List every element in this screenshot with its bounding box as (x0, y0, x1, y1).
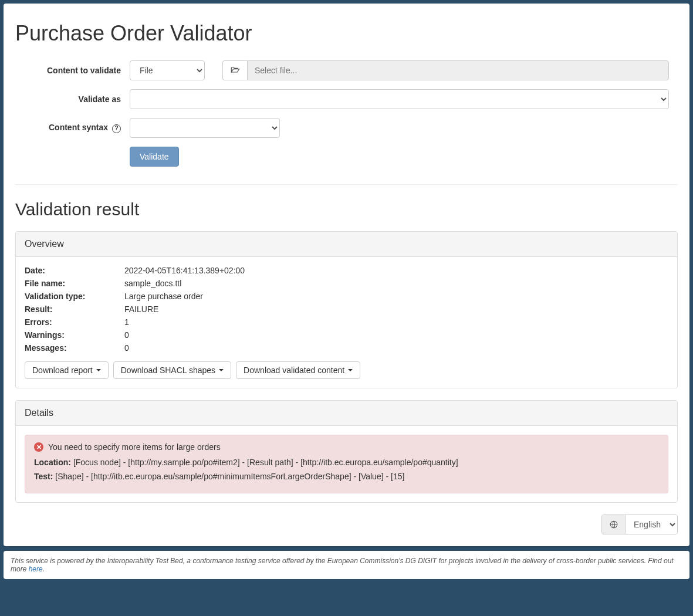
error-icon: ✕ (34, 442, 43, 452)
errors-label: Errors: (25, 317, 124, 327)
globe-icon (602, 515, 626, 534)
validation-result-heading: Validation result (15, 199, 678, 219)
error-message: You need to specify more items for large… (48, 442, 221, 452)
overview-row-warnings: Warnings: 0 (25, 330, 668, 340)
content-syntax-label: Content syntax ? (24, 123, 130, 133)
footer-note: This service is powered by the Interoper… (4, 551, 689, 579)
page-title: Purchase Order Validator (15, 21, 678, 46)
validation-type-label: Validation type: (25, 292, 124, 301)
caret-down-icon (348, 369, 353, 371)
error-test-value: [Shape] - [http://itb.ec.europa.eu/sampl… (55, 472, 404, 481)
error-item: ✕ You need to specify more items for lar… (25, 435, 668, 493)
warnings-value: 0 (124, 330, 129, 340)
overview-row-result: Result: FAILURE (25, 304, 668, 314)
language-select[interactable]: English (626, 515, 677, 534)
download-content-button[interactable]: Download validated content (236, 361, 360, 379)
overview-row-messages: Messages: 0 (25, 343, 668, 353)
details-header: Details (16, 401, 677, 426)
error-location-label: Location: (34, 458, 71, 467)
download-buttons: Download report Download SHACL shapes Do… (25, 361, 668, 379)
warnings-label: Warnings: (25, 330, 124, 340)
content-syntax-row: Content syntax ? (24, 118, 669, 138)
filename-label: File name: (25, 279, 124, 288)
validate-button[interactable]: Validate (130, 147, 179, 167)
overview-panel: Overview Date: 2022-04-05T16:41:13.389+0… (15, 231, 678, 388)
download-shapes-button[interactable]: Download SHACL shapes (113, 361, 231, 379)
overview-row-date: Date: 2022-04-05T16:41:13.389+02:00 (25, 266, 668, 275)
error-location-value: [Focus node] - [http://my.sample.po/po#i… (73, 458, 458, 467)
error-test-label: Test: (34, 472, 53, 481)
overview-row-type: Validation type: Large purchase order (25, 292, 668, 301)
messages-label: Messages: (25, 343, 124, 353)
error-test-row: Test: [Shape] - [http://itb.ec.europa.eu… (34, 472, 659, 481)
validation-type-value: Large purchase order (124, 292, 203, 301)
footer-text: This service is powered by the Interoper… (11, 557, 674, 573)
validate-as-select[interactable] (130, 89, 669, 109)
messages-value: 0 (124, 343, 129, 353)
error-location-row: Location: [Focus node] - [http://my.samp… (34, 458, 659, 467)
caret-down-icon (219, 369, 224, 371)
result-label: Result: (25, 304, 124, 314)
validate-as-label: Validate as (24, 94, 130, 104)
overview-header: Overview (16, 232, 677, 257)
details-panel: Details ✕ You need to specify more items… (15, 400, 678, 503)
footer-link[interactable]: here (29, 565, 43, 573)
folder-open-icon (231, 66, 240, 76)
validation-form: Content to validate File (15, 60, 678, 167)
overview-row-errors: Errors: 1 (25, 317, 668, 327)
content-to-validate-select[interactable]: File (130, 60, 205, 80)
file-select-group (222, 60, 669, 80)
error-message-row: ✕ You need to specify more items for lar… (34, 442, 659, 452)
footer-suffix: . (43, 565, 45, 573)
help-icon[interactable]: ? (112, 124, 121, 133)
date-value: 2022-04-05T16:41:13.389+02:00 (124, 266, 245, 275)
validate-button-row: Validate (24, 147, 669, 167)
divider (15, 184, 678, 185)
overview-row-filename: File name: sample_docs.ttl (25, 279, 668, 288)
file-select-input[interactable] (247, 60, 669, 80)
caret-down-icon (96, 369, 101, 371)
download-report-button[interactable]: Download report (25, 361, 109, 379)
content-to-validate-label: Content to validate (24, 66, 130, 75)
language-group: English (601, 515, 678, 534)
date-label: Date: (25, 266, 124, 275)
result-value: FAILURE (124, 304, 158, 314)
content-to-validate-row: Content to validate File (24, 60, 669, 80)
file-browse-button[interactable] (222, 60, 247, 80)
errors-value: 1 (124, 317, 129, 327)
filename-value: sample_docs.ttl (124, 279, 181, 288)
validate-as-row: Validate as (24, 89, 669, 109)
language-row: English (15, 515, 678, 534)
content-syntax-select[interactable] (130, 118, 280, 138)
